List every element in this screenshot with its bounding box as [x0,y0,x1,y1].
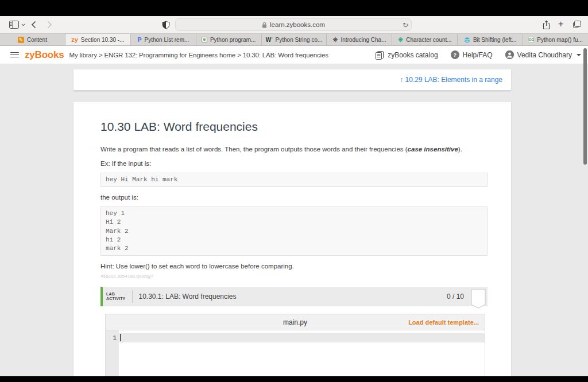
zybooks-logo[interactable]: zyBooks [25,49,64,61]
back-button[interactable] [31,21,36,29]
url-text: learn.zybooks.com [270,21,325,28]
activity-title: 10.30.1: LAB: Word frequencies [139,293,237,301]
share-icon[interactable] [543,20,550,30]
code-editor: main.py Load default template... 1 [105,314,485,376]
user-avatar-icon [505,50,514,59]
sidebar-toggle-icon[interactable] [9,21,19,29]
tab-label: Section 10.30 -... [81,37,125,43]
page-title: 10.30 LAB: Word frequencies [100,119,488,134]
section-nav-card: ↑ 10.29 LAB: Elements in a range [74,69,511,91]
tab-label: Python map() fu... [537,37,582,43]
tab-content[interactable]: ✎ Content [0,34,65,45]
tab-label: Character count... [406,37,451,43]
tab-python-program[interactable]: Python program... [196,34,262,45]
editor-body[interactable]: 1 [106,330,485,376]
hint-text: Hint: Use lower() to set each word to lo… [100,262,488,270]
activity-meta-id: 458302.3054188.qx3zqy7 [100,274,488,279]
tab-overview-icon[interactable] [572,21,581,29]
openai-green-icon: ❋ [398,37,403,43]
w3schools-icon: W' [266,37,273,43]
user-name[interactable]: Vedita Choudhary [517,51,572,59]
editor-filename: main.py [283,318,307,326]
tab-label: Python program... [210,37,256,43]
example-label: Ex: If the input is: [100,159,488,167]
activity-score: 0 / 10 [447,293,464,301]
tab-python-list[interactable]: P Python List rem... [131,34,196,45]
catalog-icon [375,50,384,60]
image-thumb-icon [202,37,207,42]
editor-active-line [106,333,485,342]
catalog-label[interactable]: zyBooks catalog [388,51,438,59]
browser-toolbar: learn.zybooks.com ↻ + [0,16,588,33]
editor-header: main.py Load default template... [106,314,485,330]
tab-bit-shifting[interactable]: Bit Shifting (left... [458,34,523,45]
address-bar[interactable]: learn.zybooks.com [175,18,412,31]
sidebar-caret-icon[interactable] [21,24,25,26]
tab-python-string[interactable]: W' Python String co... [262,34,327,45]
privacy-shield-icon[interactable] [162,21,170,29]
zybooks-zy-icon: zy [71,36,78,43]
tab-label: Bit Shifting (left... [473,37,517,43]
layers-icon [464,37,470,43]
user-dropdown-caret-icon[interactable] [577,54,581,56]
breadcrumb[interactable]: My library > ENGR 132: Programming for E… [69,52,328,59]
tab-python-map[interactable]: GG Python map() fu... [523,34,588,45]
p-logo-icon: P [137,36,141,43]
tab-label: Python List rem... [144,37,189,43]
scrollbar-thumb[interactable] [583,48,587,165]
tab-label: Introducing Cha... [341,37,386,43]
load-default-template-link[interactable]: Load default template... [408,319,479,326]
tab-label: Python String co... [276,37,323,43]
forward-button[interactable] [47,21,52,29]
new-tab-icon[interactable]: + [558,19,563,29]
help-icon: ? [451,50,459,59]
tab-introducing-cha[interactable]: ❋ Introducing Cha... [327,34,392,45]
output-code-block: hey 1 Hi 2 Mark 2 hi 2 mark 2 [100,206,488,256]
page-content: ↑ 10.29 LAB: Elements in a range 10.30 L… [0,64,588,376]
tab-character-count[interactable]: ❋ Character count... [392,34,458,45]
lab-activity-header: LAB ACTIVITY 10.30.1: LAB: Word frequenc… [100,287,488,306]
prev-section-link[interactable]: ↑ 10.29 LAB: Elements in a range [400,76,502,84]
output-label: the output is: [100,193,488,201]
hamburger-menu-icon[interactable] [10,52,19,58]
help-label[interactable]: Help/FAQ [463,51,493,59]
lab-description: Write a program that reads a list of wor… [100,145,488,153]
input-code-block: hey Hi Mark hi mark [100,173,488,187]
fullscreen-top-bar [0,0,588,16]
refresh-icon[interactable]: ↻ [403,21,408,29]
editor-line-number: 1 [106,334,117,341]
content-pencil-icon: ✎ [18,37,24,43]
fullscreen-bottom-bar [0,376,588,382]
tab-section-active[interactable]: zy Section 10.30 -... [65,34,131,45]
lab-card: 10.30 LAB: Word frequencies Write a prog… [74,102,511,376]
score-badge-icon [471,289,486,309]
lock-icon [262,22,267,28]
tab-label: Content [27,37,47,43]
openai-icon: ❋ [332,37,338,43]
tab-bar: ✎ Content zy Section 10.30 -... P Python… [0,33,588,46]
lab-activity-badge: LAB ACTIVITY [106,292,126,301]
gfg-icon: GG [528,37,534,42]
editor-cursor [120,334,121,341]
zybooks-header: zyBooks My library > ENGR 132: Programmi… [0,46,588,64]
